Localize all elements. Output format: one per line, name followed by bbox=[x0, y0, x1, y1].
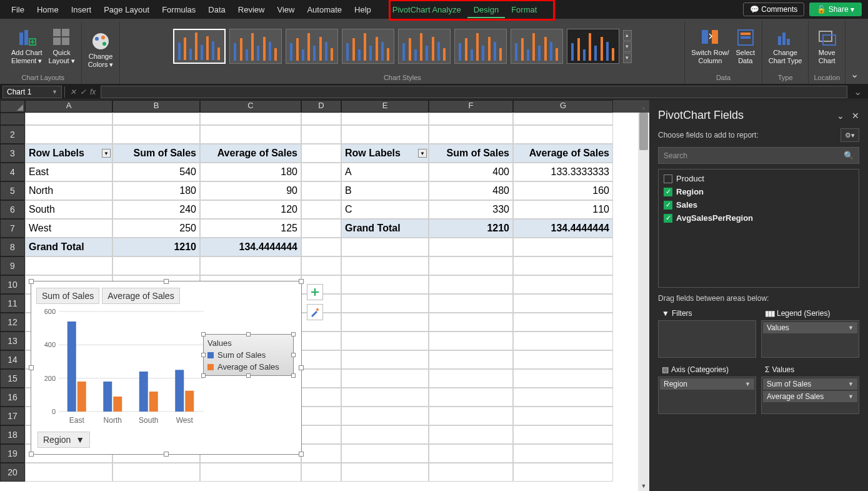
pivot1-label[interactable]: North bbox=[25, 181, 112, 200]
checkbox[interactable]: ✓ bbox=[664, 201, 672, 210]
panel-chevron-icon[interactable]: ⌄ bbox=[837, 111, 844, 121]
comments-button[interactable]: 💬 Comments bbox=[743, 3, 804, 16]
cell[interactable] bbox=[341, 388, 429, 407]
chart-styles-brush-button[interactable] bbox=[307, 304, 323, 320]
pivot2-total-avg[interactable]: 134.4444444 bbox=[513, 219, 613, 238]
menu-automate[interactable]: Automate bbox=[301, 1, 348, 18]
share-button[interactable]: 🔓 Share ▾ bbox=[809, 3, 862, 16]
fx-icon[interactable]: fx bbox=[90, 88, 96, 96]
row-header-11[interactable]: 11 bbox=[0, 294, 25, 313]
chart-style-2[interactable] bbox=[229, 29, 282, 64]
change-colors-button[interactable]: ChangeColors ▾ bbox=[87, 29, 115, 71]
menu-home[interactable]: Home bbox=[31, 1, 65, 18]
formula-expand-icon[interactable]: ⌄ bbox=[850, 86, 866, 98]
name-box[interactable]: Chart 1 ▼ bbox=[2, 86, 62, 98]
pivot2-avg[interactable]: 160 bbox=[513, 181, 613, 200]
cell[interactable] bbox=[341, 407, 429, 425]
menu-formulas[interactable]: Formulas bbox=[156, 1, 202, 18]
pivot2-avg[interactable]: 110 bbox=[513, 200, 613, 219]
row-header-19[interactable]: 19 bbox=[0, 444, 25, 463]
cell[interactable] bbox=[513, 444, 613, 463]
col-header-B[interactable]: B bbox=[112, 100, 200, 113]
switch-row-column-button[interactable]: Switch Row/Column bbox=[690, 25, 731, 68]
chart-plot-area[interactable]: 0200400600EastNorthSouthWest bbox=[36, 309, 205, 428]
fields-search-input[interactable]: Search 🔍 bbox=[658, 147, 859, 164]
menu-review[interactable]: Review bbox=[232, 1, 271, 18]
style-scroll-up[interactable]: ▴ bbox=[623, 30, 632, 41]
row-header-10[interactable]: 10 bbox=[0, 275, 25, 294]
field-button-avg[interactable]: Average of Sales bbox=[102, 288, 179, 304]
col-header-G[interactable]: G bbox=[513, 100, 613, 113]
pivot2-label[interactable]: C bbox=[341, 200, 429, 219]
menu-design[interactable]: Design bbox=[467, 1, 505, 18]
col-header-D[interactable]: D bbox=[301, 100, 341, 113]
row-header-17[interactable]: 17 bbox=[0, 407, 25, 425]
cancel-formula-icon[interactable]: ✕ bbox=[70, 88, 76, 96]
cell[interactable] bbox=[513, 369, 613, 388]
row-header-20[interactable]: 20 bbox=[0, 463, 25, 482]
cell[interactable] bbox=[429, 425, 513, 444]
pivot1-sum[interactable]: 540 bbox=[112, 163, 200, 181]
pivot1-sum[interactable]: 240 bbox=[112, 200, 200, 219]
pivot2-sum[interactable]: 400 bbox=[429, 163, 513, 181]
chart-legend[interactable]: Values Sum of Sales Average of Sales bbox=[203, 334, 294, 376]
style-scroll-more[interactable]: ▾ bbox=[623, 53, 632, 63]
chart-style-8[interactable] bbox=[567, 29, 619, 64]
checkbox[interactable]: ✓ bbox=[664, 214, 672, 223]
pivot1-sum[interactable]: 250 bbox=[112, 219, 200, 238]
pivot1-label[interactable]: South bbox=[25, 200, 112, 219]
cell[interactable] bbox=[301, 463, 341, 482]
pivot1-total-label[interactable]: Grand Total bbox=[25, 238, 112, 256]
menu-insert[interactable]: Insert bbox=[65, 1, 98, 18]
cell[interactable] bbox=[341, 125, 429, 144]
field-button-sum[interactable]: Sum of Sales bbox=[36, 288, 99, 304]
cell[interactable] bbox=[301, 407, 341, 425]
row-header-9[interactable]: 9 bbox=[0, 256, 25, 275]
cell[interactable] bbox=[301, 125, 341, 144]
cell[interactable] bbox=[341, 294, 429, 313]
col-header-A[interactable]: A bbox=[25, 100, 112, 113]
formula-input[interactable] bbox=[101, 86, 847, 98]
menu-format[interactable]: Format bbox=[505, 1, 543, 18]
row-header-16[interactable]: 16 bbox=[0, 388, 25, 407]
menu-view[interactable]: View bbox=[271, 1, 301, 18]
cell[interactable] bbox=[429, 444, 513, 463]
field-item-sales[interactable]: ✓Sales bbox=[661, 198, 856, 211]
cell[interactable] bbox=[301, 425, 341, 444]
pivot1-header-rowlabels[interactable]: Row Labels▼ bbox=[25, 144, 112, 163]
col-header-F[interactable]: F bbox=[429, 100, 513, 113]
move-chart-button[interactable]: MoveChart bbox=[816, 25, 838, 68]
pivot2-header-sum[interactable]: Sum of Sales bbox=[429, 144, 513, 163]
enter-formula-icon[interactable]: ✓ bbox=[80, 88, 86, 96]
pivot1-avg[interactable]: 90 bbox=[200, 181, 301, 200]
pivot2-header-avg[interactable]: Average of Sales bbox=[513, 144, 613, 163]
cell[interactable] bbox=[301, 256, 341, 275]
cell[interactable] bbox=[513, 275, 613, 294]
cell[interactable] bbox=[341, 463, 429, 482]
area-pill[interactable]: Average of Sales▼ bbox=[763, 391, 857, 402]
cell[interactable] bbox=[429, 313, 513, 332]
cell[interactable] bbox=[429, 294, 513, 313]
menu-page-layout[interactable]: Page Layout bbox=[97, 1, 156, 18]
cell[interactable] bbox=[429, 256, 513, 275]
cell[interactable] bbox=[25, 256, 112, 275]
row-header-14[interactable]: 14 bbox=[0, 350, 25, 369]
menu-data[interactable]: Data bbox=[202, 1, 231, 18]
menu-help[interactable]: Help bbox=[348, 1, 377, 18]
panel-settings-button[interactable]: ⚙▾ bbox=[841, 128, 859, 142]
cell[interactable] bbox=[513, 332, 613, 350]
cell[interactable] bbox=[429, 463, 513, 482]
pivot1-total-avg[interactable]: 134.4444444 bbox=[200, 238, 301, 256]
select-data-button[interactable]: SelectData bbox=[734, 25, 757, 68]
cell[interactable] bbox=[341, 275, 429, 294]
cell[interactable] bbox=[341, 350, 429, 369]
dropdown-icon[interactable]: ▼ bbox=[102, 149, 111, 158]
chart-style-6[interactable] bbox=[454, 29, 507, 64]
pivot1-sum[interactable]: 180 bbox=[112, 181, 200, 200]
area-axis[interactable]: ▤ Axis (Categories) Region▼ bbox=[658, 363, 756, 414]
pivot1-avg[interactable]: 120 bbox=[200, 200, 301, 219]
cell[interactable] bbox=[429, 275, 513, 294]
cell[interactable] bbox=[200, 463, 301, 482]
cell[interactable] bbox=[25, 463, 112, 482]
checkbox[interactable]: ✓ bbox=[664, 188, 672, 196]
